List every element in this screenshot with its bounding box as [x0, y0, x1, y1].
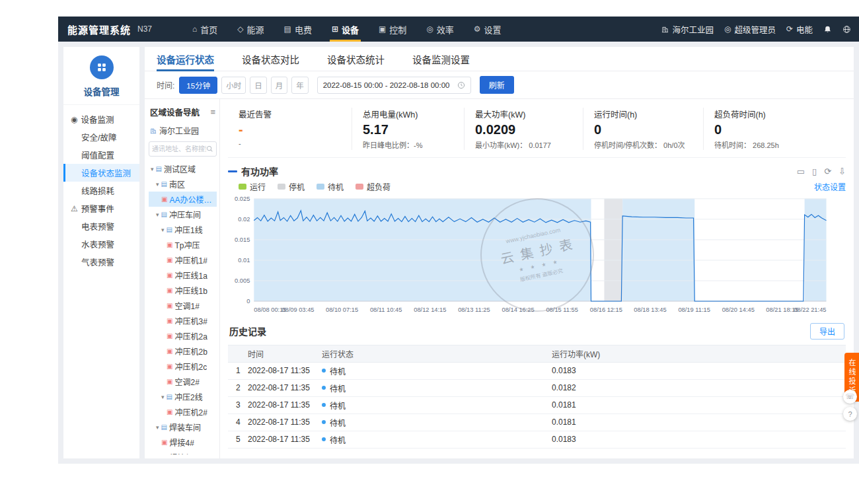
nav-item-settings[interactable]: ⚙设置 — [464, 17, 511, 42]
sidebar-item-device-monitor[interactable]: ◉设备监测 — [63, 110, 139, 128]
clock-icon — [457, 81, 465, 89]
caret-down-icon[interactable]: ▾ — [156, 424, 159, 431]
nav-item-energy[interactable]: ◇能源 — [227, 17, 274, 42]
help-icon[interactable]: ? — [843, 407, 857, 421]
caret-down-icon[interactable]: ▾ — [156, 211, 159, 218]
tab-device-monitor-settings[interactable]: 设备监测设置 — [412, 47, 470, 71]
tree-node[interactable]: ▣冲压机1# — [149, 252, 217, 268]
customer-service-phone-icon[interactable]: ☏ — [843, 390, 857, 404]
refresh-button[interactable]: 刷新 — [480, 76, 514, 94]
tab-device-status-compare[interactable]: 设备状态对比 — [242, 47, 299, 71]
nav-item-efficiency[interactable]: ◎效率 — [416, 17, 464, 42]
tree-node[interactable]: ▾▤冲压车间 — [149, 207, 217, 222]
device-icon: ▣ — [167, 333, 172, 340]
tree-node[interactable]: ▾▤冲压1线 — [149, 222, 217, 237]
status-dot — [322, 403, 326, 407]
tree-node[interactable]: ▣AA办公楼照明... — [149, 192, 217, 207]
time-option-day[interactable]: 日 — [250, 77, 267, 94]
legend-item-standby[interactable]: 待机 — [317, 181, 344, 192]
table-row[interactable]: 42022-08-17 11:35待机0.0181 — [228, 414, 846, 431]
device-icon: ▣ — [167, 257, 172, 264]
tree-node[interactable]: ▣冲压机3# — [149, 313, 217, 328]
tree-node[interactable]: ▣焊接机器人C5 — [149, 450, 217, 454]
device-icon: ▣ — [167, 242, 172, 248]
sidebar-item-device-status-monitor[interactable]: 设备状态监测 — [63, 164, 139, 182]
caret-down-icon[interactable]: ▾ — [156, 181, 159, 188]
energy-type-switcher[interactable]: ⟳ 电能 — [786, 23, 813, 36]
table-row[interactable]: 12022-08-17 11:35待机0.0183 — [228, 363, 846, 380]
restore-icon[interactable]: ▯ — [812, 166, 817, 176]
tree-node[interactable]: ▣冲压机2# — [149, 404, 217, 419]
caret-down-icon[interactable]: ▾ — [161, 394, 165, 400]
nav-item-equipment[interactable]: ⊞设备 — [322, 17, 369, 42]
language-globe-icon[interactable] — [842, 25, 851, 34]
legend-item-running[interactable]: 运行 — [239, 181, 266, 192]
tree-node-label: 冲压车间 — [169, 209, 201, 220]
table-row[interactable]: 52022-08-17 11:35待机0.0183 — [228, 431, 846, 449]
tree-node[interactable]: ▣冲压线1a — [149, 268, 217, 283]
time-option-month[interactable]: 月 — [271, 77, 288, 94]
tree-node[interactable]: ▣空调1# — [149, 298, 217, 313]
download-icon[interactable]: ⇩ — [839, 166, 846, 176]
table-row[interactable]: 32022-08-17 11:35待机0.0181 — [228, 397, 846, 414]
time-option-hour[interactable]: 小时 — [221, 77, 246, 94]
tree-node[interactable]: ▣空调2# — [149, 374, 217, 389]
x-tick-label: 08/19 11:15 — [678, 306, 710, 313]
device-search-input[interactable] — [152, 145, 206, 153]
sidebar-header: 设备管理 — [63, 47, 139, 105]
caret-down-icon[interactable]: ▾ — [161, 227, 165, 233]
legend-item-stopped[interactable]: 停机 — [278, 181, 305, 192]
time-option-year[interactable]: 年 — [291, 77, 309, 94]
tree-node[interactable]: ▾▤焊装车间 — [149, 419, 217, 435]
tree-node[interactable]: ▣Tp冲压 — [149, 237, 217, 252]
status-settings-link[interactable]: 状态设置 — [814, 181, 846, 192]
nav-item-electricity-fee[interactable]: ▤电费 — [274, 17, 322, 42]
collapse-menu-icon[interactable]: ≡ — [210, 107, 215, 117]
nav-item-label: 控制 — [389, 23, 406, 36]
table-row[interactable]: 22022-08-17 11:35待机0.0182 — [228, 380, 846, 397]
nav-item-control[interactable]: ▣控制 — [369, 17, 416, 42]
chart-title: 有功功率 — [228, 164, 278, 178]
export-button[interactable]: 导出 — [810, 323, 844, 340]
tree-node[interactable]: ▣冲压机2c — [149, 359, 217, 374]
sidebar-item-warning-events[interactable]: ⚠预警事件 — [63, 199, 139, 217]
legend-swatch — [278, 184, 285, 190]
legend-label: 超负荷 — [367, 181, 391, 192]
sidebar-item-threshold-config[interactable]: 阈值配置 — [63, 146, 139, 164]
sidebar-item-meter-warning[interactable]: 电表预警 — [63, 217, 139, 235]
top-navbar: 能源管理系统 N37 ⌂首页◇能源▤电费⊞设备▣控制◎效率⚙设置 海尔工业园 ◎… — [58, 17, 859, 42]
tree-node[interactable]: ▾▤南区 — [149, 176, 217, 192]
search-icon[interactable] — [206, 145, 213, 153]
tree-node-label: 焊接4# — [169, 437, 194, 448]
sidebar-item-gas-meter-warning[interactable]: 气表预警 — [63, 253, 139, 271]
notification-bell-icon[interactable] — [823, 25, 832, 34]
tree-node[interactable]: ▾▤冲压2线 — [149, 389, 217, 404]
nav-item-label: 电费 — [295, 23, 312, 36]
refresh-icon[interactable]: ⟳ — [824, 166, 831, 176]
user-role[interactable]: ◎ 超级管理员 — [724, 23, 776, 36]
y-tick-label: 0 — [246, 298, 250, 305]
date-range-input[interactable] — [323, 81, 454, 89]
date-range-picker[interactable] — [317, 77, 471, 94]
box-zoom-icon[interactable]: ▭ — [797, 166, 805, 176]
time-option-15min[interactable]: 15分钟 — [179, 77, 217, 94]
sidebar-item-safety-fault[interactable]: 安全/故障 — [63, 128, 139, 146]
tree-root-park[interactable]: 海尔工业园 — [149, 124, 217, 141]
main-nav: ⌂首页◇能源▤电费⊞设备▣控制◎效率⚙设置 — [182, 17, 511, 42]
sidebar-item-water-meter-warning[interactable]: 水表预警 — [63, 235, 139, 253]
tab-device-status-stats[interactable]: 设备状态统计 — [327, 47, 385, 71]
tree-node[interactable]: ▣焊接4# — [149, 435, 217, 450]
tree-node[interactable]: ▣冲压机2b — [149, 343, 217, 359]
tab-device-running-status[interactable]: 设备运行状态 — [157, 47, 214, 71]
sidebar-item-line-loss[interactable]: 线路损耗 — [63, 182, 139, 199]
chart-area[interactable]: 00.0050.010.0150.020.02508/08 00:1508/09… — [228, 194, 846, 317]
x-tick-label: 08/22 21:45 — [794, 306, 826, 313]
caret-down-icon[interactable]: ▾ — [151, 166, 154, 172]
nav-item-home[interactable]: ⌂首页 — [182, 17, 227, 42]
tree-node[interactable]: ▣冲压线1b — [149, 283, 217, 298]
park-switcher[interactable]: 海尔工业园 — [661, 23, 714, 36]
row-power: 0.0181 — [552, 400, 846, 410]
tree-node[interactable]: ▣冲压机2a — [149, 328, 217, 343]
tree-node[interactable]: ▾▤测试区域 — [149, 161, 217, 176]
legend-item-overload[interactable]: 超负荷 — [355, 181, 391, 192]
